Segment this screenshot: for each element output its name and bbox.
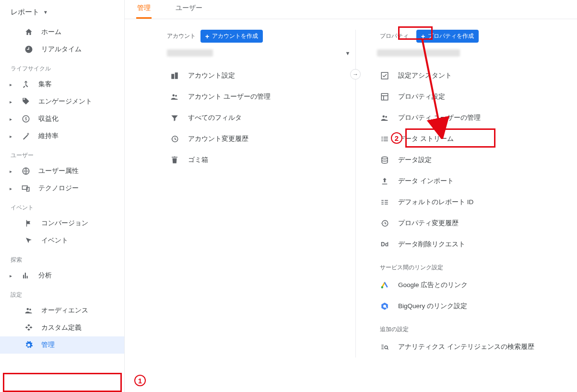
- expand-icon[interactable]: ▸: [10, 99, 13, 104]
- globe-icon: [21, 167, 31, 175]
- setting-label: プロパティ変更履歴: [398, 219, 459, 228]
- bigquery-link[interactable]: BigQuery のリンク設定: [377, 296, 553, 317]
- property-label: プロパティ: [377, 31, 412, 42]
- setting-label: アカウント ユーザーの管理: [188, 92, 271, 101]
- tab-admin[interactable]: 管理: [136, 0, 152, 19]
- expand-icon[interactable]: ▸: [10, 169, 13, 174]
- nav-label: 分析: [38, 271, 52, 280]
- setting-label: Google 広告とのリンク: [398, 281, 468, 289]
- setup-assistant[interactable]: 設定アシスタント: [377, 65, 553, 86]
- nav-audiences[interactable]: オーディエンス: [0, 302, 124, 319]
- nav-label: 収益化: [38, 115, 59, 123]
- property-settings[interactable]: プロパティ設定: [377, 86, 553, 107]
- expand-icon[interactable]: ▸: [10, 273, 13, 278]
- svg-point-17: [385, 346, 388, 349]
- people-icon: [380, 114, 389, 122]
- nav-admin[interactable]: 管理: [0, 336, 124, 354]
- default-report-id[interactable]: デフォルトのレポート ID: [377, 192, 553, 213]
- account-name-blurred: XXXXXXXXXX: [167, 49, 213, 57]
- setting-label: プロパティ設定: [398, 92, 445, 101]
- history-icon: [380, 219, 389, 228]
- nav-label: 管理: [41, 341, 55, 349]
- expand-icon[interactable]: ▸: [10, 134, 13, 139]
- nav-monetization[interactable]: ▸ $ 収益化: [0, 110, 124, 127]
- all-filters[interactable]: すべてのフィルタ: [167, 107, 351, 128]
- nav-demographics[interactable]: ▸ ユーザー属性: [0, 162, 124, 180]
- section-lifecycle: ライフサイクル: [0, 58, 124, 76]
- nav-engagement[interactable]: ▸ エンゲージメント: [0, 93, 124, 110]
- nav-tech[interactable]: ▸ テクノロジー: [0, 180, 124, 197]
- stream-icon: [380, 135, 389, 143]
- setting-label: 設定アシスタント: [398, 71, 452, 80]
- nav-label: テクノロジー: [38, 184, 79, 193]
- sidebar: レポート ▼ ホーム リアルタイム ライフサイクル ▸ 集客 ▸: [0, 0, 125, 392]
- cursor-icon: [24, 236, 34, 245]
- svg-point-6: [29, 309, 31, 311]
- create-account-label: アカウントを作成: [212, 32, 258, 40]
- google-ads-link[interactable]: Google 広告とのリンク: [377, 275, 553, 296]
- create-account-button[interactable]: + アカウントを作成: [200, 30, 263, 43]
- property-selector[interactable]: XXXXXXXX XXXXXXXXXX: [377, 46, 553, 65]
- annotation-box-1: [3, 373, 122, 392]
- setting-label: アカウント変更履歴: [188, 135, 248, 143]
- section-user: ユーザー: [0, 145, 124, 162]
- nav-conversions[interactable]: コンバージョン: [0, 215, 124, 232]
- nav-home[interactable]: ホーム: [0, 23, 124, 41]
- tag-icon: [21, 97, 31, 106]
- section-event: イベント: [0, 197, 124, 215]
- expand-icon[interactable]: ▸: [10, 116, 13, 122]
- google-ads-icon: [380, 281, 389, 289]
- nav-label: エンゲージメント: [38, 97, 92, 106]
- setting-label: デフォルトのレポート ID: [398, 198, 473, 207]
- setting-label: アカウント設定: [188, 71, 235, 80]
- checklist-icon: [380, 71, 389, 80]
- setting-label: すべてのフィルタ: [188, 114, 242, 122]
- plus-icon: +: [421, 33, 425, 40]
- expand-icon[interactable]: ▸: [10, 186, 13, 191]
- nav-events[interactable]: イベント: [0, 232, 124, 249]
- create-property-button[interactable]: + プロパティを作成: [416, 30, 479, 43]
- account-user-management[interactable]: アカウント ユーザーの管理: [167, 86, 351, 107]
- setting-label: アナリティクス インテリジェンスの検索履歴: [398, 343, 534, 351]
- account-settings[interactable]: アカウント設定: [167, 65, 351, 86]
- data-import[interactable]: データ インポート: [377, 171, 553, 192]
- additional-subhead: 追加の設定: [377, 317, 553, 336]
- layout-icon: [380, 92, 389, 101]
- report-dropdown-label: レポート: [11, 8, 39, 17]
- account-change-history[interactable]: アカウント変更履歴: [167, 128, 351, 150]
- property-change-history[interactable]: プロパティ変更履歴: [377, 213, 553, 234]
- data-settings[interactable]: データ設定: [377, 150, 553, 171]
- nav-label: オーディエンス: [41, 306, 88, 315]
- nav-label: イベント: [41, 236, 68, 245]
- nav-retention[interactable]: ▸ 維持率: [0, 127, 124, 145]
- plus-icon: +: [205, 33, 209, 40]
- analytics-intelligence-history[interactable]: アナリティクス インテリジェンスの検索履歴: [377, 336, 553, 357]
- database-icon: [380, 156, 389, 164]
- setting-label: BigQuery のリンク設定: [398, 302, 467, 311]
- nav-label: 集客: [38, 80, 52, 89]
- data-streams[interactable]: データ ストリーム: [377, 128, 553, 150]
- tab-user[interactable]: ユーザー: [175, 0, 203, 19]
- svg-point-13: [382, 157, 388, 159]
- expand-icon[interactable]: ▸: [10, 82, 13, 87]
- property-user-management[interactable]: プロパティ ユーザーの管理: [377, 107, 553, 128]
- nav-label: コンバージョン: [41, 219, 88, 228]
- section-explore: 探索: [0, 249, 124, 267]
- data-deletion-request[interactable]: Dd データ削除リクエスト: [377, 234, 553, 255]
- wand-icon: [21, 132, 31, 140]
- property-name-blurred: XXXXXXXX XXXXXXXXXX: [377, 49, 460, 57]
- nav-acquisition[interactable]: ▸ 集客: [0, 76, 124, 93]
- nav-analysis[interactable]: ▸ 分析: [0, 267, 124, 284]
- share-icon: [21, 80, 31, 89]
- nav-realtime[interactable]: リアルタイム: [0, 41, 124, 58]
- svg-point-12: [385, 116, 387, 118]
- dollar-icon: $: [21, 115, 31, 123]
- devices-icon: [21, 184, 31, 193]
- column-nav-button[interactable]: →: [350, 69, 361, 80]
- trash[interactable]: ゴミ箱: [167, 150, 351, 171]
- nav-custom-definitions[interactable]: カスタム定義: [0, 319, 124, 336]
- account-selector[interactable]: XXXXXXXXXX ▼: [167, 46, 351, 65]
- chart-icon: [21, 271, 31, 280]
- report-dropdown[interactable]: レポート ▼: [0, 4, 124, 23]
- annotation-number-2: 2: [391, 132, 402, 144]
